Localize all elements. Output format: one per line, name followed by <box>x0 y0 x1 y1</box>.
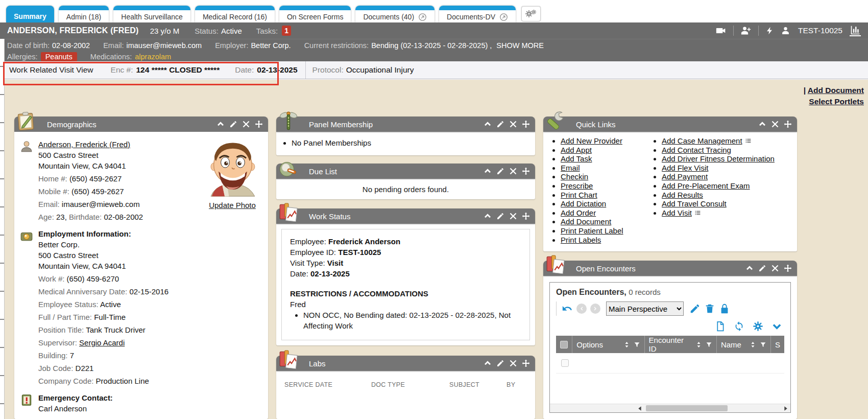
close-icon[interactable] <box>771 264 779 272</box>
close-icon[interactable] <box>509 359 517 367</box>
close-icon[interactable] <box>509 167 517 175</box>
add-case-management-link[interactable]: Add Case Management <box>662 136 742 145</box>
tab-health-surveillance[interactable]: Health Surveillance <box>113 6 190 22</box>
work-status-header[interactable]: Work Status <box>276 208 535 224</box>
sort-icon[interactable] <box>623 341 630 348</box>
supervisor-link[interactable]: Sergio Acardi <box>79 338 125 347</box>
labs-header[interactable]: Labs <box>276 356 535 371</box>
quick-links-header[interactable]: Quick Links <box>543 117 797 132</box>
perspective-select[interactable]: Main Perspective <box>606 301 684 316</box>
filter-icon[interactable] <box>706 341 712 348</box>
add-payment-link[interactable]: Add Payment <box>662 172 708 181</box>
print-labels-link[interactable]: Print Labels <box>561 236 601 244</box>
close-icon[interactable] <box>509 120 517 128</box>
lightning-bolt-icon[interactable] <box>766 26 774 36</box>
person-icon[interactable] <box>781 26 790 36</box>
sort-icon[interactable] <box>750 341 756 348</box>
add-driver-fitness-link[interactable]: Add Driver Fitness Determination <box>662 154 775 163</box>
scrollbar-thumb[interactable] <box>646 405 728 411</box>
move-icon[interactable] <box>255 120 263 128</box>
tab-on-screen-forms[interactable]: On Screen Forms <box>279 6 351 22</box>
print-patient-label-link[interactable]: Print Patient Label <box>561 226 623 235</box>
edit-pencil-icon[interactable] <box>496 359 504 367</box>
scroll-left-arrow[interactable] <box>637 405 643 412</box>
collapse-chevron-icon[interactable] <box>745 264 754 272</box>
add-results-link[interactable]: Add Results <box>662 191 703 199</box>
labs-col-by[interactable]: BY <box>507 381 515 388</box>
move-icon[interactable] <box>784 264 792 272</box>
add-flex-visit-link[interactable]: Add Flex Visit <box>662 164 708 172</box>
refresh-icon[interactable] <box>734 321 744 332</box>
due-list-header[interactable]: Due List <box>276 164 535 179</box>
filter-icon[interactable] <box>634 341 640 348</box>
labs-col-service-date[interactable]: SERVICE DATE <box>284 381 371 388</box>
collapse-chevron-icon[interactable] <box>758 120 766 128</box>
lock-icon[interactable] <box>719 303 730 314</box>
add-dictation-link[interactable]: Add Dictation <box>561 199 606 208</box>
tab-admin[interactable]: Admin (18) <box>59 6 109 22</box>
sort-icon[interactable] <box>695 341 702 348</box>
edit-pencil-icon[interactable] <box>496 167 504 175</box>
move-icon[interactable] <box>522 120 530 128</box>
tasks-badge[interactable]: 1 <box>282 26 291 36</box>
edit-pencil-icon[interactable] <box>496 212 504 220</box>
tab-medical-record[interactable]: Medical Record (16) <box>195 6 275 22</box>
next-perspective-button[interactable] <box>590 304 600 314</box>
add-document-link[interactable]: Add Document <box>808 86 864 95</box>
medication-link[interactable]: alprazolam <box>135 53 171 61</box>
collapse-chevron-icon[interactable] <box>216 120 225 128</box>
scroll-right-arrow[interactable] <box>782 405 789 412</box>
add-contact-tracing-link[interactable]: Add Contact Tracing <box>662 146 731 154</box>
filter-icon[interactable] <box>760 341 766 348</box>
row-checkbox[interactable] <box>561 359 569 367</box>
move-icon[interactable] <box>522 212 530 220</box>
move-icon[interactable] <box>784 120 792 128</box>
edit-pencil-icon[interactable] <box>758 264 766 272</box>
user-id[interactable]: TEST-10025 <box>798 26 842 35</box>
person-add-icon[interactable] <box>741 26 751 36</box>
popout-icon[interactable] <box>499 13 508 21</box>
column-header-encounter-id[interactable]: Encounter ID <box>645 336 717 353</box>
add-task-link[interactable]: Add Task <box>561 154 592 163</box>
add-order-link[interactable]: Add Order <box>561 208 596 217</box>
close-icon[interactable] <box>242 120 250 128</box>
close-icon[interactable] <box>771 120 779 128</box>
print-chart-link[interactable]: Print Chart <box>561 191 597 199</box>
add-visit-link[interactable]: Add Visit <box>662 208 692 217</box>
edit-pencil-icon[interactable] <box>229 120 237 128</box>
update-photo-link[interactable]: Update Photo <box>209 201 256 210</box>
demographics-header[interactable]: Demographics <box>14 117 268 132</box>
popout-icon[interactable] <box>418 13 427 21</box>
panel-membership-header[interactable]: Panel Membership <box>276 117 535 132</box>
tab-summary[interactable]: Summary <box>6 6 54 22</box>
tab-documents-dv[interactable]: Documents-DV <box>439 6 516 22</box>
trash-icon[interactable] <box>704 303 715 314</box>
allergy-badge[interactable]: Peanuts <box>41 52 77 62</box>
bar-chart-icon[interactable] <box>850 25 861 36</box>
undo-icon[interactable] <box>562 303 573 314</box>
add-appt-link[interactable]: Add Appt <box>561 146 592 154</box>
chevron-down-icon[interactable] <box>771 321 782 332</box>
list-icon[interactable] <box>694 210 702 216</box>
gear-icon[interactable] <box>753 321 763 332</box>
edit-pencil-icon[interactable] <box>689 303 701 314</box>
column-header-options[interactable]: Options <box>572 336 644 353</box>
select-all-checkbox[interactable] <box>560 341 568 348</box>
video-camera-icon[interactable] <box>716 26 726 36</box>
collapse-chevron-icon[interactable] <box>484 359 492 367</box>
collapse-chevron-icon[interactable] <box>484 167 492 175</box>
collapse-chevron-icon[interactable] <box>484 120 492 128</box>
list-icon[interactable] <box>744 137 752 144</box>
horizontal-scrollbar[interactable] <box>550 404 790 412</box>
column-header-cut[interactable]: S <box>771 336 784 353</box>
add-new-provider-link[interactable]: Add New Provider <box>561 136 622 145</box>
labs-col-doc-type[interactable]: DOC TYPE <box>371 381 449 388</box>
patient-name-link[interactable]: Anderson, Frederick (Fred) <box>38 140 130 149</box>
new-document-icon[interactable] <box>715 321 726 332</box>
add-document-quick-link[interactable]: Add Document <box>561 217 611 226</box>
add-travel-consult-link[interactable]: Add Travel Consult <box>662 199 727 208</box>
close-icon[interactable] <box>509 212 517 220</box>
checkin-link[interactable]: Checkin <box>561 172 588 181</box>
show-more-link[interactable]: SHOW MORE <box>496 41 544 50</box>
tab-documents[interactable]: Documents (40) <box>355 6 435 22</box>
